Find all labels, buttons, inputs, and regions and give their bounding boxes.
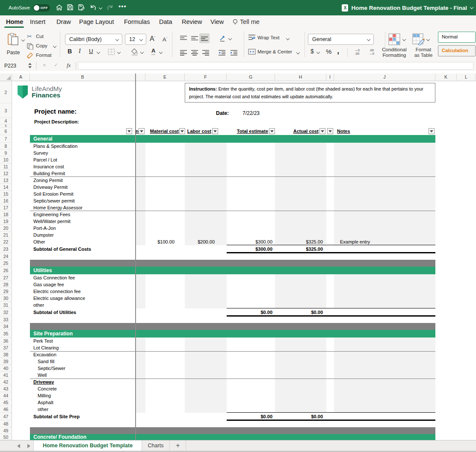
cell-label-row-37[interactable]: Lot Clearing bbox=[30, 344, 136, 351]
cell-shaded[interactable] bbox=[334, 351, 435, 358]
row-header-36[interactable]: 36 bbox=[0, 338, 12, 344]
date-label[interactable]: Date: bbox=[216, 110, 229, 116]
cell-shaded[interactable] bbox=[334, 302, 435, 308]
cell-label-row-36[interactable]: Perk Test bbox=[30, 338, 136, 344]
menu-tab-insert[interactable]: Insert bbox=[30, 18, 45, 26]
cell-shaded[interactable] bbox=[334, 150, 435, 156]
orientation-icon[interactable] bbox=[219, 35, 226, 44]
cell-shaded[interactable] bbox=[275, 344, 326, 351]
cell-value-J22[interactable]: Example entry bbox=[334, 238, 435, 245]
cell-label-row-19[interactable]: Well/Water permit bbox=[30, 218, 136, 225]
divider-band-row-34[interactable] bbox=[30, 323, 435, 330]
cell-label-row-38[interactable]: Excavation bbox=[30, 351, 136, 358]
cell-shaded[interactable] bbox=[275, 351, 326, 358]
enter-icon[interactable]: ✓ bbox=[54, 62, 58, 68]
cell-shaded[interactable] bbox=[334, 288, 435, 295]
cell-shaded[interactable] bbox=[334, 281, 435, 288]
cell-label-row-39[interactable]: Sand fill bbox=[30, 358, 136, 365]
column-header-F[interactable]: F bbox=[185, 73, 227, 81]
cell-label-row-44[interactable]: Milling bbox=[30, 392, 136, 399]
cell-shaded[interactable] bbox=[136, 288, 145, 295]
column-header-D[interactable] bbox=[136, 73, 145, 81]
cell-shaded[interactable] bbox=[136, 211, 145, 218]
cell-shaded[interactable] bbox=[275, 281, 326, 288]
row-header-14[interactable]: 14 bbox=[0, 184, 12, 191]
font-color-chevron[interactable] bbox=[159, 51, 163, 54]
row-header-15[interactable]: 15 bbox=[0, 191, 12, 197]
currency-chevron[interactable] bbox=[316, 51, 320, 54]
cell-shaded[interactable] bbox=[136, 163, 145, 170]
cell-shaded[interactable] bbox=[275, 225, 326, 232]
cell-label-row-9[interactable]: Survey bbox=[30, 150, 136, 156]
cell-value-H22[interactable]: $325.00 bbox=[275, 238, 326, 245]
row-header-30[interactable]: 30 bbox=[0, 295, 12, 302]
cell-shaded[interactable] bbox=[136, 156, 145, 163]
row-header-46[interactable]: 46 bbox=[0, 406, 12, 413]
cell-shaded[interactable] bbox=[136, 281, 145, 288]
cell-shaded[interactable] bbox=[275, 274, 326, 281]
cell-shaded[interactable] bbox=[136, 392, 145, 399]
add-sheet-button[interactable]: + bbox=[170, 440, 186, 451]
cell-shaded[interactable] bbox=[334, 379, 435, 385]
cell-shaded[interactable] bbox=[185, 163, 227, 170]
prev-sheet-icon[interactable] bbox=[17, 444, 20, 448]
filter-button-i[interactable] bbox=[327, 128, 333, 134]
cell-shaded[interactable] bbox=[185, 197, 227, 204]
filter-button-b[interactable] bbox=[126, 128, 132, 134]
cell-label-row-15[interactable]: Soil Erosion Permit bbox=[30, 191, 136, 197]
row-header-50[interactable]: 50 bbox=[0, 434, 12, 440]
cell-label-row-28[interactable]: Gas usage fee bbox=[30, 281, 136, 288]
save-icon[interactable] bbox=[67, 4, 74, 12]
cell-shaded[interactable] bbox=[185, 274, 227, 281]
row-header-12[interactable]: 12 bbox=[0, 170, 12, 177]
cell-shaded[interactable] bbox=[185, 143, 227, 150]
row-header-21[interactable]: 21 bbox=[0, 232, 12, 238]
cell-shaded[interactable] bbox=[136, 406, 145, 413]
cell-label-row-14[interactable]: Driveway Permit bbox=[30, 184, 136, 191]
row-header-18[interactable]: 18 bbox=[0, 211, 12, 218]
cell-shaded[interactable] bbox=[136, 184, 145, 191]
column-header-E[interactable]: E bbox=[145, 73, 185, 81]
title-chevron-icon[interactable] bbox=[470, 6, 473, 9]
orientation-chevron[interactable] bbox=[228, 37, 232, 41]
cell-shaded[interactable] bbox=[136, 197, 145, 204]
section-header-7[interactable]: General bbox=[30, 135, 435, 143]
cell-shaded[interactable] bbox=[275, 365, 326, 372]
cell-shaded[interactable] bbox=[334, 344, 435, 351]
menu-tab-review[interactable]: Review bbox=[182, 18, 202, 26]
cell-shaded[interactable] bbox=[185, 156, 227, 163]
cell-shaded[interactable] bbox=[185, 344, 227, 351]
filter-button-labor[interactable] bbox=[212, 128, 218, 134]
cell-label-row-27[interactable]: Gas Connection fee bbox=[30, 274, 136, 281]
cell-shaded[interactable] bbox=[185, 218, 227, 225]
cell-shaded[interactable] bbox=[185, 385, 227, 392]
cell-shaded[interactable] bbox=[136, 351, 145, 358]
underline-chevron[interactable] bbox=[97, 51, 100, 54]
section-header-26[interactable]: Utilities bbox=[30, 267, 435, 274]
conditional-formatting-chevron[interactable] bbox=[402, 38, 406, 41]
cell-style-calculation[interactable]: Calculation bbox=[438, 45, 476, 56]
cell-shaded[interactable] bbox=[275, 399, 326, 406]
menu-tab-data[interactable]: Data bbox=[159, 18, 172, 26]
cell-shaded[interactable] bbox=[334, 365, 435, 372]
cell-shaded[interactable] bbox=[334, 191, 435, 197]
row-header-25[interactable]: 25 bbox=[0, 260, 12, 267]
cell-label-row-42[interactable]: Driveway bbox=[30, 379, 136, 385]
paste-icon[interactable] bbox=[7, 32, 20, 48]
project-name-label[interactable]: Project name: bbox=[34, 108, 77, 115]
cell-shaded[interactable] bbox=[136, 295, 145, 302]
cell-shaded[interactable] bbox=[334, 338, 435, 344]
cell-shaded[interactable] bbox=[136, 338, 145, 344]
cell-shaded[interactable] bbox=[275, 372, 326, 379]
cell-shaded[interactable] bbox=[275, 150, 326, 156]
row-header-49[interactable]: 49 bbox=[0, 427, 12, 434]
cell-shaded[interactable] bbox=[275, 379, 326, 385]
row-header-27[interactable]: 27 bbox=[0, 274, 12, 281]
cell-shaded[interactable] bbox=[334, 204, 435, 211]
cell-shaded[interactable] bbox=[275, 204, 326, 211]
menu-tab-view[interactable]: View bbox=[210, 18, 224, 26]
cell-shaded[interactable] bbox=[185, 184, 227, 191]
cell-shaded[interactable] bbox=[185, 302, 227, 308]
cell-shaded[interactable] bbox=[136, 385, 145, 392]
cell-shaded[interactable] bbox=[185, 170, 227, 177]
